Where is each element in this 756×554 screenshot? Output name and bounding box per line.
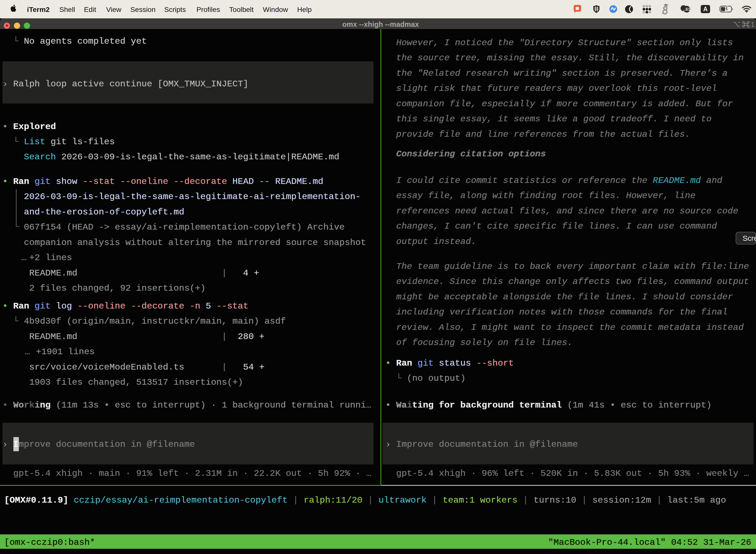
- svg-text:..61: ..61: [683, 7, 690, 12]
- svg-text:1: 1: [751, 21, 755, 28]
